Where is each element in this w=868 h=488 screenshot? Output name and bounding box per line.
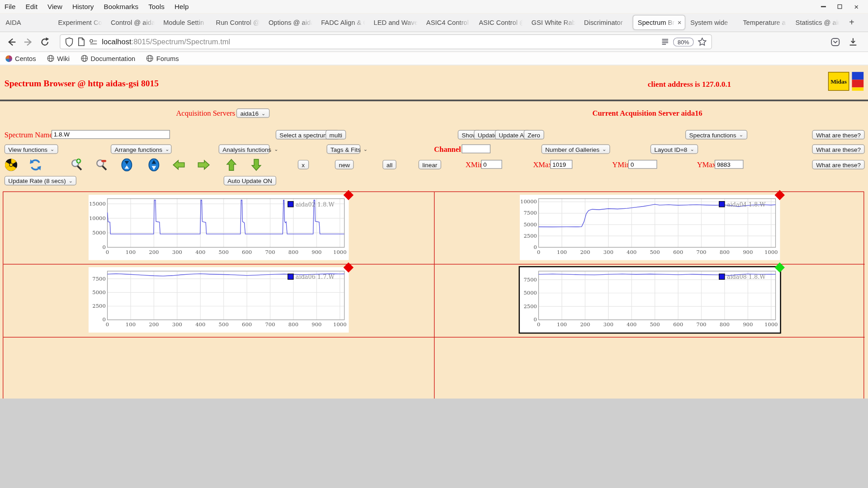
spectra-functions-dropdown[interactable]: Spectra functions bbox=[685, 130, 747, 140]
refresh-icon[interactable] bbox=[29, 158, 42, 171]
gallery-cell-aida02[interactable]: 0100200300400500600700800900100005000100… bbox=[3, 192, 434, 264]
url-bar[interactable]: localhost:8015/Spectrum/Spectrum.tml 80% bbox=[60, 34, 712, 49]
shield-icon[interactable] bbox=[65, 37, 74, 47]
linear-button[interactable]: linear bbox=[419, 160, 441, 169]
svg-text:1000: 1000 bbox=[333, 321, 347, 328]
tab-temperature-a[interactable]: Temperature a bbox=[738, 13, 791, 31]
number-of-galleries-dropdown[interactable]: Number of Galleries bbox=[542, 145, 610, 154]
reader-mode-icon[interactable] bbox=[661, 38, 669, 46]
site-permissions-icon[interactable] bbox=[89, 38, 98, 45]
tab-discriminator[interactable]: Discriminator bbox=[580, 13, 632, 31]
reload-icon[interactable] bbox=[38, 35, 52, 49]
zoom-level-badge[interactable]: 80% bbox=[673, 38, 693, 47]
tab-asic-control[interactable]: ASIC Control @ bbox=[474, 13, 527, 31]
ymax-input[interactable] bbox=[715, 160, 744, 169]
pan-down-icon[interactable] bbox=[250, 158, 263, 171]
gallery-cell-aida06[interactable]: 0100200300400500600700800900100002500500… bbox=[3, 264, 434, 338]
tab-gsi-white-rab[interactable]: GSI White Rab bbox=[527, 13, 580, 31]
view-functions-dropdown[interactable]: View functions bbox=[5, 145, 58, 154]
tab-run-control[interactable]: Run Control @ bbox=[212, 13, 264, 31]
tab-module-settin[interactable]: Module Settin bbox=[159, 13, 211, 31]
what-are-these-button-2[interactable]: What are these? bbox=[812, 145, 865, 154]
tab-system-wide[interactable]: System wide bbox=[686, 13, 738, 31]
svg-text:900: 900 bbox=[311, 321, 321, 328]
bookmark-forums[interactable]: Forums bbox=[146, 55, 179, 62]
back-icon[interactable] bbox=[5, 35, 19, 49]
new-button[interactable]: new bbox=[335, 160, 354, 169]
tab-control-aida[interactable]: Control @ aida bbox=[106, 13, 159, 31]
spectrum-chart-aida06[interactable]: 0100200300400500600700800900100002500500… bbox=[89, 267, 349, 332]
update-rate-dropdown[interactable]: Update Rate (8 secs) bbox=[5, 176, 77, 185]
tab-fadc-align-c[interactable]: FADC Align & C bbox=[316, 13, 369, 31]
downloads-icon[interactable] bbox=[848, 37, 858, 47]
auto-update-button[interactable]: Auto Update ON bbox=[224, 176, 276, 185]
bookmark-wiki[interactable]: Wiki bbox=[47, 55, 70, 62]
menu-edit[interactable]: Edit bbox=[26, 3, 38, 10]
gallery-cell-empty-1[interactable] bbox=[3, 338, 434, 399]
menu-file[interactable]: File bbox=[5, 3, 16, 10]
what-are-these-button-3[interactable]: What are these? bbox=[812, 160, 865, 169]
zero-button[interactable]: Zero bbox=[524, 130, 544, 140]
page-info-icon[interactable] bbox=[77, 37, 85, 47]
spectrum-chart-aida08[interactable]: 0100200300400500600700800900100002500500… bbox=[519, 267, 780, 332]
multi-button[interactable]: multi bbox=[326, 130, 346, 140]
tab-spectrum-bro[interactable]: Spectrum Bro× bbox=[633, 15, 685, 30]
bookmark-label: Forums bbox=[156, 55, 179, 62]
channel-input[interactable] bbox=[462, 145, 491, 154]
svg-text:200: 200 bbox=[580, 321, 590, 328]
radiation-icon[interactable] bbox=[5, 158, 18, 171]
spectrum-name-input[interactable] bbox=[52, 130, 170, 139]
tab-asic4-control[interactable]: ASIC4 Control bbox=[422, 13, 474, 31]
expand-y-icon[interactable] bbox=[147, 158, 160, 171]
acquisition-server-select[interactable]: aida16 bbox=[236, 108, 269, 118]
gallery-cell-empty-2[interactable] bbox=[434, 338, 864, 399]
menu-history[interactable]: History bbox=[72, 3, 94, 10]
forward-icon[interactable] bbox=[21, 35, 36, 49]
new-tab-button[interactable]: + bbox=[844, 18, 860, 28]
tab-experiment-co[interactable]: Experiment Co bbox=[54, 13, 106, 31]
menu-tools[interactable]: Tools bbox=[148, 3, 165, 10]
spectrum-chart-aida04[interactable]: 0100200300400500600700800900100002500500… bbox=[519, 195, 780, 260]
all-button[interactable]: all bbox=[382, 160, 396, 169]
arrange-functions-dropdown[interactable]: Arrange functions bbox=[111, 145, 172, 154]
pocket-icon[interactable] bbox=[830, 37, 840, 47]
pan-right-icon[interactable] bbox=[197, 158, 210, 171]
zoom-out-icon[interactable] bbox=[94, 158, 108, 171]
bookmark-label: Centos bbox=[15, 55, 36, 62]
menu-bar: FileEditViewHistoryBookmarksToolsHelp × bbox=[0, 0, 868, 13]
menu-help[interactable]: Help bbox=[175, 3, 189, 10]
xmax-input[interactable] bbox=[550, 160, 572, 169]
tab-led-and-wave[interactable]: LED and Wave bbox=[369, 13, 422, 31]
tags-fits-dropdown[interactable]: Tags & Fits bbox=[326, 145, 360, 154]
zoom-in-icon[interactable] bbox=[70, 158, 83, 171]
x-axis-button[interactable]: x bbox=[298, 160, 309, 169]
maximize-icon[interactable] bbox=[836, 3, 844, 10]
xmin-input[interactable] bbox=[481, 160, 502, 169]
bookmark-centos[interactable]: Centos bbox=[5, 55, 36, 62]
gallery-cell-aida04[interactable]: 0100200300400500600700800900100002500500… bbox=[434, 192, 864, 264]
layout-id-dropdown[interactable]: Layout ID=8 bbox=[651, 145, 698, 154]
pan-up-icon[interactable] bbox=[225, 158, 238, 171]
ymin-input[interactable] bbox=[628, 160, 657, 169]
svg-text:700: 700 bbox=[265, 249, 275, 255]
menu-bookmarks[interactable]: Bookmarks bbox=[104, 3, 139, 10]
tab-label: Module Settin bbox=[163, 19, 208, 26]
gallery-cell-aida08[interactable]: 0100200300400500600700800900100002500500… bbox=[434, 264, 864, 338]
what-are-these-button-1[interactable]: What are these? bbox=[812, 130, 865, 140]
tab-aida[interactable]: AIDA bbox=[1, 13, 53, 31]
tab-options-aida[interactable]: Options @ aida bbox=[264, 13, 316, 31]
bookmark-star-icon[interactable] bbox=[698, 37, 707, 47]
svg-text:200: 200 bbox=[149, 321, 159, 328]
analysis-functions-dropdown[interactable]: Analysis functions bbox=[219, 145, 270, 154]
tab-label: Temperature a bbox=[743, 19, 788, 26]
tab-close-icon[interactable]: × bbox=[678, 19, 682, 26]
spectrum-chart-aida02[interactable]: 0100200300400500600700800900100005000100… bbox=[89, 195, 349, 260]
bookmark-documentation[interactable]: Documentation bbox=[80, 55, 135, 62]
logos: Midas bbox=[828, 72, 863, 91]
menu-view[interactable]: View bbox=[47, 3, 62, 10]
minimize-icon[interactable] bbox=[819, 3, 827, 10]
close-icon[interactable]: × bbox=[853, 3, 860, 10]
pan-left-icon[interactable] bbox=[172, 158, 185, 171]
compress-y-icon[interactable] bbox=[120, 158, 133, 171]
tab-statistics-aid[interactable]: Statistics @ aid bbox=[791, 13, 844, 31]
